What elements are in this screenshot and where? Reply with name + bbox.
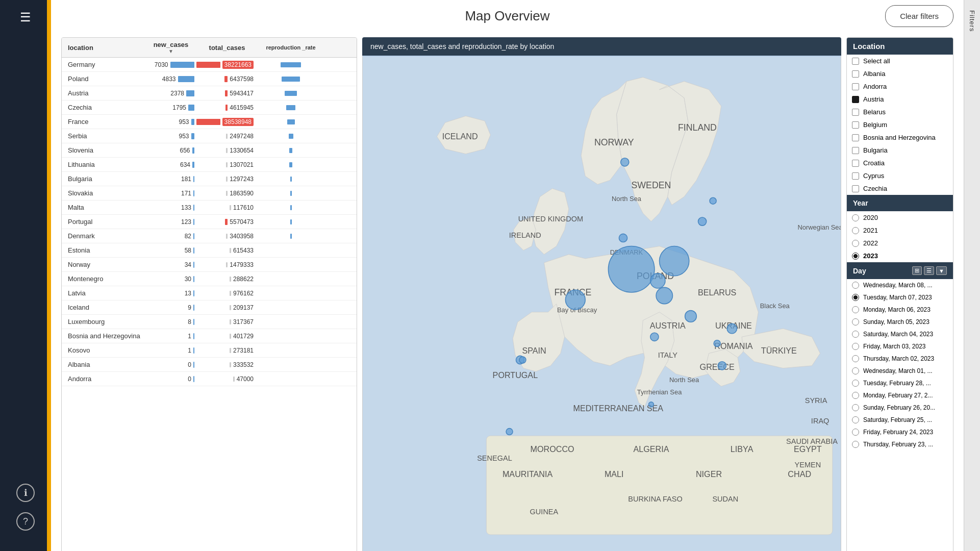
table-header: location new_cases ▼ total_cases reprodu… (62, 38, 357, 58)
day-item[interactable]: Friday, March 03, 2023 (847, 340, 953, 353)
day-item[interactable]: Sunday, March 05, 2023 (847, 316, 953, 328)
table-row[interactable]: Lithuania6341307021 (62, 158, 357, 172)
location-item[interactable]: Belgium (847, 118, 953, 131)
location-checkbox[interactable] (852, 70, 859, 78)
filters-tab[interactable]: Filters (964, 0, 980, 551)
day-list-btn[interactable]: ☰ (924, 266, 934, 275)
select-all-checkbox[interactable] (852, 58, 859, 65)
location-checkbox[interactable] (852, 109, 859, 116)
day-radio[interactable] (852, 355, 859, 362)
day-item[interactable]: Monday, March 06, 2023 (847, 304, 953, 316)
location-item[interactable]: Cyprus (847, 169, 953, 182)
table-row[interactable]: Bulgaria1811297243 (62, 172, 357, 186)
day-item[interactable]: Thursday, March 02, 2023 (847, 353, 953, 365)
map-container[interactable]: NORWAY FINLAND SWEDEN ICELAND UNITED KIN… (362, 56, 841, 551)
location-item[interactable]: Bosnia and Herzegovina (847, 131, 953, 144)
year-item[interactable]: 2021 (847, 224, 953, 237)
day-item[interactable]: Thursday, February 23, ... (847, 438, 953, 450)
location-item[interactable]: Czechia (847, 182, 953, 195)
day-radio[interactable] (852, 380, 859, 387)
day-radio[interactable] (852, 404, 859, 411)
day-item[interactable]: Tuesday, February 28, ... (847, 377, 953, 389)
table-row[interactable]: Austria23785943417 (62, 86, 357, 101)
location-checkbox[interactable] (852, 172, 859, 180)
table-row[interactable]: Poland48336437598 (62, 72, 357, 86)
day-item[interactable]: Sunday, February 26, 20... (847, 402, 953, 414)
location-item[interactable]: Bulgaria (847, 144, 953, 157)
location-checkbox[interactable] (852, 134, 859, 141)
table-row[interactable]: Germany703038221663 (62, 58, 357, 72)
table-row[interactable]: Bosnia and Herzegovina1401729 (62, 329, 357, 343)
day-item[interactable]: Monday, February 27, 2... (847, 389, 953, 402)
table-row[interactable]: Luxembourg8317367 (62, 315, 357, 329)
location-item[interactable]: Belarus (847, 106, 953, 118)
day-radio[interactable] (852, 294, 859, 301)
svg-point-45 (565, 290, 585, 310)
day-expand-btn[interactable]: ▼ (936, 266, 947, 275)
row-total-cases: 5943417 (196, 90, 258, 97)
year-item[interactable]: 2022 (847, 237, 953, 249)
day-radio[interactable] (852, 392, 859, 399)
day-radio[interactable] (852, 318, 859, 325)
day-radio[interactable] (852, 429, 859, 436)
location-item[interactable]: Andorra (847, 80, 953, 93)
table-row[interactable]: Estonia58615433 (62, 243, 357, 258)
table-row[interactable]: Montenegro30288622 (62, 272, 357, 286)
year-radio[interactable] (852, 253, 859, 260)
year-radio[interactable] (852, 214, 859, 221)
location-checkbox[interactable] (852, 96, 859, 103)
table-row[interactable]: Latvia13976162 (62, 286, 357, 300)
table-row[interactable]: Denmark823403958 (62, 229, 357, 243)
day-radio[interactable] (852, 367, 859, 374)
day-radio[interactable] (852, 331, 859, 338)
table-row[interactable]: Norway341479333 (62, 258, 357, 272)
menu-icon[interactable]: ☰ (20, 10, 31, 24)
location-item[interactable]: Croatia (847, 157, 953, 169)
table-row[interactable]: Albania0333532 (62, 358, 357, 372)
year-item[interactable]: 2023 (847, 249, 953, 262)
location-label: Andorra (863, 83, 887, 90)
year-item[interactable]: 2020 (847, 211, 953, 224)
svg-text:SWEDEN: SWEDEN (631, 180, 671, 190)
table-row[interactable]: Kosovo1273181 (62, 343, 357, 358)
location-item[interactable]: Austria (847, 93, 953, 106)
day-item[interactable]: Saturday, March 04, 2023 (847, 328, 953, 340)
location-checkbox[interactable] (852, 160, 859, 167)
location-checkbox[interactable] (852, 121, 859, 129)
table-row[interactable]: France95338538948 (62, 115, 357, 129)
location-checkbox[interactable] (852, 83, 859, 90)
day-radio[interactable] (852, 306, 859, 313)
table-row[interactable]: Andorra047000 (62, 372, 357, 386)
year-radio[interactable] (852, 240, 859, 247)
svg-text:LIBYA: LIBYA (731, 444, 753, 454)
table-row[interactable]: Portugal1235570473 (62, 215, 357, 229)
day-radio[interactable] (852, 343, 859, 350)
row-repro (258, 77, 324, 82)
day-item[interactable]: Wednesday, March 08, ... (847, 279, 953, 291)
location-checkbox[interactable] (852, 147, 859, 154)
day-table-btn[interactable]: ⊞ (912, 266, 922, 275)
day-item[interactable]: Wednesday, March 01, ... (847, 365, 953, 377)
day-label: Thursday, March 02, 2023 (863, 355, 934, 362)
table-row[interactable]: Slovenia6561330654 (62, 143, 357, 158)
clear-filters-button[interactable]: Clear filters (885, 5, 953, 27)
row-new-cases: 953 (145, 118, 196, 126)
day-radio[interactable] (852, 282, 859, 289)
year-radio[interactable] (852, 227, 859, 234)
select-all-item[interactable]: Select all (847, 55, 953, 67)
table-row[interactable]: Iceland9209137 (62, 300, 357, 315)
table-row[interactable]: Czechia17954615945 (62, 101, 357, 115)
help-icon[interactable]: ? (16, 512, 35, 531)
day-radio[interactable] (852, 416, 859, 423)
day-item[interactable]: Saturday, February 25, ... (847, 414, 953, 426)
info-icon[interactable]: ℹ (16, 484, 35, 502)
day-radio[interactable] (852, 441, 859, 448)
day-item[interactable]: Tuesday, March 07, 2023 (847, 291, 953, 304)
day-item[interactable]: Friday, February 24, 2023 (847, 426, 953, 438)
svg-text:North Sea: North Sea (612, 195, 642, 203)
table-row[interactable]: Malta133117610 (62, 201, 357, 215)
location-checkbox[interactable] (852, 185, 859, 192)
location-item[interactable]: Albania (847, 67, 953, 80)
table-row[interactable]: Serbia9532497248 (62, 129, 357, 143)
table-row[interactable]: Slovakia1711863590 (62, 186, 357, 201)
